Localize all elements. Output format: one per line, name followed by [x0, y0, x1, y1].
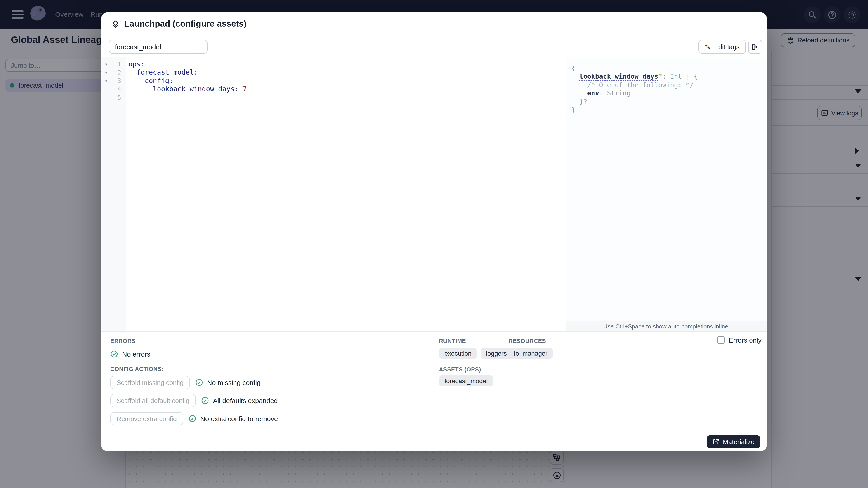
action-status-text: No missing config [207, 379, 260, 386]
code-line[interactable]: lookback_window_days: 7 [128, 85, 566, 93]
tag-pill[interactable]: execution [439, 348, 477, 359]
panel-expand-right-button[interactable] [748, 40, 762, 54]
tag-pill[interactable]: forecast_model [439, 376, 493, 386]
fold-triangle-icon[interactable]: ▾ [101, 62, 111, 67]
errors-status-text: No errors [122, 350, 150, 358]
errors-pane: ERRORS No errors CONFIG ACTIONS: Scaffol… [101, 332, 434, 431]
modal-bottom-section: ERRORS No errors CONFIG ACTIONS: Scaffol… [101, 331, 767, 431]
config-action-row: Remove extra config No extra config to r… [110, 412, 278, 425]
assets-ops-tags: forecast_model [439, 376, 493, 386]
launchpad-modal: Launchpad (configure assets) ✎ Edit tags… [101, 12, 767, 451]
assets-ops-section-label: ASSETS (OPS) [439, 366, 481, 373]
resources-tags: io_manager [508, 348, 553, 359]
fold-triangle-icon[interactable]: ▾ [101, 78, 111, 84]
config-actions-label: CONFIG ACTIONS: [110, 366, 164, 372]
runtime-section-label: RUNTIME [439, 338, 466, 344]
scaffold-missing-config-button[interactable]: Scaffold missing config [110, 376, 190, 389]
code-line[interactable] [128, 93, 566, 102]
schema-line: { [571, 65, 767, 73]
line-number: 5 [111, 94, 121, 101]
schema-line: lookback_window_days?: Int | { [571, 73, 767, 81]
errors-only-toggle[interactable]: Errors only [717, 336, 762, 344]
action-status-text: No extra config to remove [200, 415, 278, 422]
config-action-row: Scaffold missing config No missing confi… [110, 376, 260, 389]
check-circle-icon [195, 379, 203, 386]
tag-pill[interactable]: loggers [480, 348, 512, 359]
layers-icon [111, 20, 120, 28]
autocomplete-hint: Use Ctrl+Space to show auto-completions … [566, 321, 767, 331]
edit-tags-button[interactable]: ✎ Edit tags [699, 40, 746, 54]
schema-line: } [571, 106, 767, 115]
screen: Overview Runs Global Asset Lineage Reloa… [0, 0, 868, 488]
schema-panel: { lookback_window_days?: Int | { /* One … [566, 57, 767, 321]
code-line[interactable]: ops: [128, 60, 566, 68]
schema-line: env: String [571, 90, 767, 98]
scaffold-all-default-config-button[interactable]: Scaffold all default config [110, 394, 196, 407]
errors-status: No errors [110, 350, 150, 358]
modal-footer: Materialize [101, 431, 767, 451]
indent-guide [136, 68, 137, 94]
errors-section-label: ERRORS [110, 338, 135, 344]
check-circle-icon [110, 350, 118, 358]
line-number: 3 [111, 77, 121, 85]
resources-section-label: RESOURCES [508, 338, 546, 344]
asset-name-input[interactable] [109, 40, 208, 54]
check-circle-icon [201, 397, 209, 404]
modal-title: Launchpad (configure assets) [124, 19, 247, 29]
action-status: All defaults expanded [201, 397, 278, 404]
tag-pill[interactable]: io_manager [508, 348, 553, 359]
run-config-pane: RUNTIME executionloggers RESOURCES io_ma… [434, 332, 767, 431]
remove-extra-config-button[interactable]: Remove extra config [110, 412, 183, 425]
line-number: 4 [111, 86, 121, 93]
pencil-icon: ✎ [705, 43, 710, 51]
indent-guide [145, 77, 145, 94]
materialize-label: Materialize [723, 438, 754, 445]
materialize-button[interactable]: Materialize [707, 435, 761, 448]
panel-expand-right-icon [751, 43, 759, 51]
modal-toolbar: ✎ Edit tags [101, 36, 767, 57]
action-status: No missing config [195, 379, 260, 386]
editor-code-area[interactable]: ops: forecast_model: config: lookback_wi… [127, 57, 566, 331]
check-circle-icon [188, 415, 196, 422]
schema-line: }? [571, 98, 767, 106]
code-line[interactable]: config: [128, 77, 566, 85]
edit-tags-label: Edit tags [714, 43, 740, 51]
runtime-tags: executionloggers [439, 348, 512, 359]
modal-header: Launchpad (configure assets) [101, 12, 767, 36]
config-editor: ▾1▾2▾345 ops: forecast_model: config: lo… [101, 57, 767, 331]
code-line[interactable]: forecast_model: [128, 68, 566, 77]
external-link-icon [712, 438, 719, 445]
action-status-text: All defaults expanded [213, 397, 278, 404]
fold-triangle-icon[interactable]: ▾ [101, 70, 111, 75]
config-action-row: Scaffold all default config All defaults… [110, 394, 278, 407]
editor-gutter[interactable]: ▾1▾2▾345 [101, 57, 126, 331]
line-number: 1 [111, 61, 121, 68]
errors-only-checkbox[interactable] [717, 336, 725, 344]
errors-only-label: Errors only [729, 336, 762, 344]
action-status: No extra config to remove [188, 415, 278, 422]
line-number: 2 [111, 69, 121, 76]
schema-line: /* One of the following: */ [571, 81, 767, 90]
